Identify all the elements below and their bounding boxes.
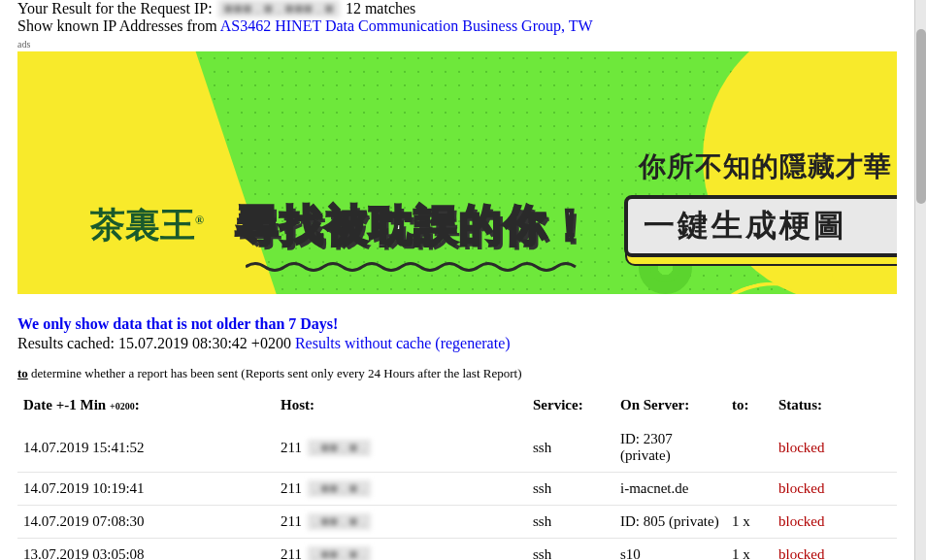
vertical-scrollbar[interactable] bbox=[914, 0, 926, 560]
cell-status: blocked bbox=[773, 506, 897, 539]
regenerate-link[interactable]: Results without cache (regenerate) bbox=[295, 335, 511, 351]
host-blur: . ■■ . ■ . bbox=[308, 440, 371, 456]
cell-to: 1 x bbox=[726, 539, 773, 561]
col-status: Status: bbox=[773, 391, 897, 423]
col-host: Host: bbox=[275, 391, 527, 423]
cache-line: Results cached: 15.07.2019 08:30:42 +020… bbox=[17, 335, 897, 352]
col-date: Date +-1 Min +0200: bbox=[17, 391, 275, 423]
cell-date: 14.07.2019 07:08:30 bbox=[17, 506, 275, 539]
table-row: 14.07.2019 10:19:41211 . ■■ . ■ .sshi-ma… bbox=[17, 473, 897, 506]
brand-text: 茶裏王 bbox=[90, 206, 195, 245]
status-blocked: blocked bbox=[778, 440, 824, 455]
cell-host: 211 . ■■ . ■ . bbox=[275, 506, 527, 539]
banner-subhead: 你所不知的隱藏才華 bbox=[639, 148, 892, 185]
col-date-label: Date +-1 Min bbox=[23, 397, 110, 412]
cell-service: ssh bbox=[527, 539, 614, 561]
host-blur: . ■■ . ■ . bbox=[308, 480, 371, 497]
table-row: 14.07.2019 07:08:30211 . ■■ . ■ .sshID: … bbox=[17, 506, 897, 539]
cell-service: ssh bbox=[527, 506, 614, 539]
cell-date: 13.07.2019 03:05:08 bbox=[17, 539, 275, 561]
status-blocked: blocked bbox=[778, 546, 824, 560]
cell-server: ID: 805 (private) bbox=[614, 506, 726, 539]
cell-host: 211 . ■■ . ■ . bbox=[275, 473, 527, 506]
ad-banner[interactable]: 茶裏王® 尋找被耽誤的你！ 你所不知的隱藏才華 一鍵生成梗圖 bbox=[17, 51, 897, 294]
cell-server: i-macnet.de bbox=[614, 473, 726, 506]
col-date-tz: +0200 bbox=[110, 401, 135, 412]
cell-host: 211 . ■■ . ■ . bbox=[275, 539, 527, 561]
cell-to: 1 x bbox=[726, 506, 773, 539]
cell-status: blocked bbox=[773, 473, 897, 506]
col-to: to: bbox=[726, 391, 773, 423]
ads-label: ads bbox=[17, 39, 897, 49]
cell-server: s10 bbox=[614, 539, 726, 561]
cell-service: ssh bbox=[527, 473, 614, 506]
status-blocked: blocked bbox=[778, 480, 824, 496]
cell-status: blocked bbox=[773, 423, 897, 473]
host-blur: . ■■ . ■ . bbox=[308, 546, 371, 560]
cell-server: ID: 2307 (private) bbox=[614, 423, 726, 473]
col-service: Service: bbox=[527, 391, 614, 423]
status-blocked: blocked bbox=[778, 513, 824, 529]
cell-service: ssh bbox=[527, 423, 614, 473]
requested-ip: ■■■ . ■ . ■■■ . ■ bbox=[218, 0, 340, 17]
age-notice: We only show data that is not older than… bbox=[17, 315, 897, 333]
scrollbar-thumb[interactable] bbox=[916, 29, 926, 204]
registered-icon: ® bbox=[195, 214, 204, 227]
cell-status: blocked bbox=[773, 539, 897, 561]
cell-host: 211 . ■■ . ■ . bbox=[275, 423, 527, 473]
table-row: 13.07.2019 03:05:08211 . ■■ . ■ .sshs101… bbox=[17, 539, 897, 561]
col-date-colon: : bbox=[135, 397, 140, 412]
host-blur: . ■■ . ■ . bbox=[308, 513, 371, 530]
result-line: Your Result for the Request IP: ■■■ . ■ … bbox=[17, 0, 897, 17]
table-header-row: Date +-1 Min +0200: Host: Service: On Se… bbox=[17, 391, 897, 423]
show-ips-line: Show known IP Addresses from AS3462 HINE… bbox=[17, 17, 897, 35]
banner-headline: 尋找被耽誤的你！ bbox=[236, 197, 593, 254]
cell-to bbox=[726, 423, 773, 473]
cache-timestamp: 15.07.2019 08:30:42 +0200 bbox=[118, 335, 295, 351]
cta-button[interactable]: 一鍵生成梗圖 bbox=[624, 195, 897, 257]
result-prefix: Your Result for the Request IP: bbox=[17, 0, 216, 16]
results-table: Date +-1 Min +0200: Host: Service: On Se… bbox=[17, 391, 897, 560]
col-server: On Server: bbox=[614, 391, 726, 423]
show-prefix: Show known IP Addresses from bbox=[17, 17, 220, 34]
table-row: 14.07.2019 15:41:52211 . ■■ . ■ .sshID: … bbox=[17, 423, 897, 473]
cache-prefix: Results cached: bbox=[17, 335, 118, 351]
as-link[interactable]: AS3462 HINET Data Communication Business… bbox=[220, 17, 593, 34]
report-note: to determine whether a report has been s… bbox=[17, 366, 897, 381]
wave-underline-icon bbox=[246, 260, 585, 274]
cell-to bbox=[726, 473, 773, 506]
match-count: 12 matches bbox=[346, 0, 415, 16]
brand-logo: 茶裏王® bbox=[90, 202, 204, 249]
note-to: to bbox=[17, 366, 28, 380]
cta-label: 一鍵生成梗圖 bbox=[644, 205, 847, 247]
spotlight-shape bbox=[17, 51, 280, 294]
note-rest: determine whether a report has been sent… bbox=[28, 366, 522, 380]
cell-date: 14.07.2019 10:19:41 bbox=[17, 473, 275, 506]
cell-date: 14.07.2019 15:41:52 bbox=[17, 423, 275, 473]
